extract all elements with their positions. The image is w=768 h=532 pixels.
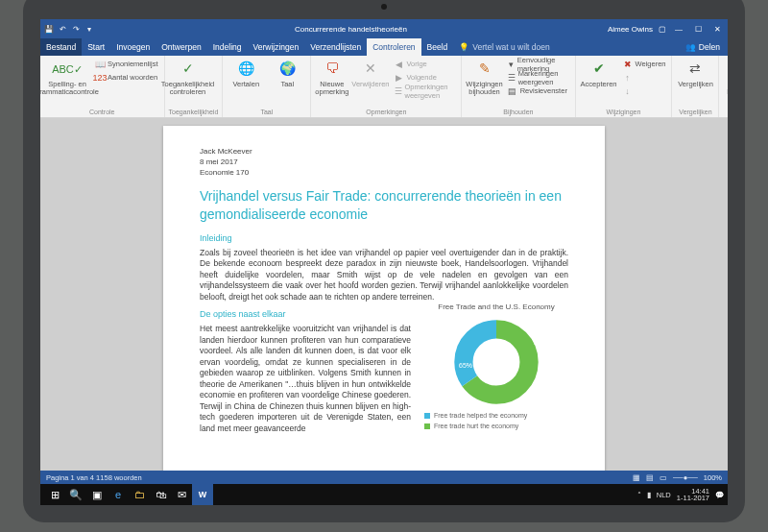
save-icon[interactable]: 💾 bbox=[44, 24, 54, 34]
qat-dropdown-icon[interactable]: ▾ bbox=[84, 24, 94, 34]
show-comments-button[interactable]: ☰Opmerkingen weergeven bbox=[393, 85, 458, 97]
globe-icon: 🌍 bbox=[277, 60, 297, 79]
window-title: Concurrerende handelstheorieën bbox=[94, 25, 608, 34]
group-proofing: ABC✓ Spelling- en grammaticacontrole 📖Sy… bbox=[40, 56, 165, 117]
task-view-icon[interactable]: ▣ bbox=[86, 484, 108, 505]
share-icon: 👥 bbox=[685, 42, 696, 52]
course-line: Economie 170 bbox=[200, 168, 568, 179]
track-changes-button[interactable]: ✎Wijzigingen bijhouden bbox=[466, 58, 502, 97]
status-bar: Pagina 1 van 4 1158 woorden ▦ ▤ ▭ ──●── … bbox=[40, 471, 728, 484]
zoom-slider[interactable]: ──●── bbox=[673, 473, 698, 482]
windows-taskbar: ⊞ 🔍 ▣ e 🗀 🛍 ✉ W ˄ ▮ NLD 14:41 1-11-2017 … bbox=[40, 484, 728, 505]
new-comment-button[interactable]: 🗨Nieuwe opmerking bbox=[315, 58, 348, 97]
page: Jack McKeever 8 mei 2017 Economie 170 Vr… bbox=[163, 126, 605, 471]
tab-view[interactable]: Beeld bbox=[421, 38, 454, 56]
language-button[interactable]: 🌍Taal bbox=[268, 58, 306, 88]
redo-icon[interactable]: ↷ bbox=[71, 24, 81, 34]
chart-label-helped: 35% bbox=[534, 338, 547, 347]
group-accessibility: ✓ Toegankelijkheid controleren Toegankel… bbox=[165, 56, 224, 117]
ribbon: ABC✓ Spelling- en grammaticacontrole 📖Sy… bbox=[40, 56, 728, 118]
explorer-icon[interactable]: 🗀 bbox=[129, 484, 150, 505]
tablet-frame: 💾 ↶ ↷ ▾ Concurrerende handelstheorieën A… bbox=[23, 0, 745, 522]
tab-review[interactable]: Controleren bbox=[367, 38, 420, 56]
tab-design[interactable]: Ontwerpen bbox=[156, 38, 207, 56]
chart-label-hurt: 65% bbox=[459, 361, 472, 370]
pencil-icon: ✎ bbox=[475, 60, 494, 79]
doc-meta: Jack McKeever 8 mei 2017 Economie 170 bbox=[200, 147, 568, 178]
reviewing-pane-button[interactable]: ▤Revisievenster bbox=[506, 85, 571, 97]
tab-mailings[interactable]: Verzendlijsten bbox=[304, 38, 367, 56]
prev-comment-button[interactable]: ◀Vorige bbox=[393, 58, 458, 70]
spelling-button[interactable]: ABC✓ Spelling- en grammaticacontrole bbox=[44, 58, 90, 97]
legend-swatch-helped bbox=[424, 413, 430, 419]
chart-title: Free Trade and the U.S. Economy bbox=[424, 302, 568, 313]
minimize-button[interactable]: — bbox=[672, 25, 685, 34]
tab-layout[interactable]: Indeling bbox=[207, 38, 248, 56]
start-button[interactable]: ⊞ bbox=[44, 484, 65, 505]
book-icon: 📖 bbox=[95, 60, 105, 69]
ribbon-options-icon[interactable]: ▢ bbox=[659, 25, 666, 34]
down-icon: ↓ bbox=[623, 86, 633, 96]
camera-dot bbox=[381, 4, 387, 10]
translate-icon: 🌐 bbox=[236, 60, 255, 79]
quick-access-toolbar: 💾 ↶ ↷ ▾ bbox=[44, 24, 94, 34]
search-icon[interactable]: 🔍 bbox=[65, 484, 86, 505]
tray-up-icon[interactable]: ˄ bbox=[637, 491, 641, 499]
store-icon[interactable]: 🛍 bbox=[150, 484, 171, 505]
group-language: 🌐Vertalen 🌍Taal Taal bbox=[223, 56, 311, 117]
dropdown-icon: ▾ bbox=[508, 60, 515, 69]
action-center-icon[interactable]: 💬 bbox=[715, 491, 724, 499]
list-icon: ☰ bbox=[508, 73, 516, 83]
document-area[interactable]: Jack McKeever 8 mei 2017 Economie 170 Vr… bbox=[40, 118, 728, 471]
keyboard-lang[interactable]: NLD bbox=[657, 491, 671, 499]
tab-home[interactable]: Start bbox=[82, 38, 110, 56]
show-icon: ☰ bbox=[395, 86, 402, 96]
prev-icon: ◀ bbox=[395, 60, 404, 69]
thesaurus-button[interactable]: 📖Synoniemenlijst bbox=[93, 58, 160, 70]
user-name[interactable]: Aimee Owins bbox=[608, 25, 653, 34]
tab-references[interactable]: Verwijzingen bbox=[248, 38, 305, 56]
group-protect: 🔒Auteurs blokkeren 🛡Bewerking beperken B… bbox=[719, 56, 728, 117]
embedded-chart: Free Trade and the U.S. Economy 35% 65% bbox=[424, 302, 568, 434]
svg-point-3 bbox=[476, 342, 517, 383]
prev-change-button[interactable]: ↑ bbox=[621, 71, 668, 84]
close-button[interactable]: ✕ bbox=[710, 25, 724, 34]
mail-icon[interactable]: ✉ bbox=[171, 484, 192, 505]
tab-file[interactable]: Bestand bbox=[40, 38, 82, 56]
view-print-icon[interactable]: ▤ bbox=[646, 473, 654, 482]
battery-icon[interactable]: ▮ bbox=[647, 491, 651, 499]
reject-icon: ✖ bbox=[623, 60, 633, 69]
view-web-icon[interactable]: ▭ bbox=[660, 473, 667, 482]
next-change-button[interactable]: ↓ bbox=[621, 85, 668, 97]
group-compare: ⇄Vergelijken Vergelijken bbox=[672, 56, 719, 117]
group-tracking: ✎Wijzigingen bijhouden ▾Eenvoudige marke… bbox=[462, 56, 575, 117]
accessibility-icon: ✓ bbox=[179, 60, 198, 79]
next-icon: ▶ bbox=[395, 73, 404, 83]
status-left[interactable]: Pagina 1 van 4 1158 woorden bbox=[46, 473, 142, 482]
compare-button[interactable]: ⇄Vergelijken bbox=[676, 58, 714, 88]
undo-icon[interactable]: ↶ bbox=[58, 24, 67, 34]
zoom-value[interactable]: 100% bbox=[704, 473, 722, 482]
tab-insert[interactable]: Invoegen bbox=[110, 38, 156, 56]
word-icon[interactable]: W bbox=[192, 484, 213, 505]
view-read-icon[interactable]: ▦ bbox=[633, 473, 640, 482]
block-authors-button[interactable]: 🔒Auteurs blokkeren bbox=[723, 58, 728, 97]
accessibility-button[interactable]: ✓ Toegankelijkheid controleren bbox=[169, 58, 207, 97]
ribbon-tabs: Bestand Start Invoegen Ontwerpen Indelin… bbox=[40, 38, 728, 56]
show-markup-button[interactable]: ☰Markeringen weergeven bbox=[506, 71, 571, 84]
up-icon: ↑ bbox=[623, 73, 633, 83]
share-button[interactable]: 👥Delen bbox=[678, 42, 728, 52]
accept-button[interactable]: ✔Accepteren bbox=[580, 58, 618, 88]
tell-me[interactable]: 💡Vertel wat u wilt doen bbox=[459, 42, 549, 52]
donut-chart: 35% 65% bbox=[453, 319, 540, 405]
reject-button[interactable]: ✖Weigeren bbox=[621, 58, 668, 70]
doc-para-2: Het meest aantrekkelijke vooruitzicht va… bbox=[200, 324, 411, 434]
delete-comment-button[interactable]: ✕Verwijderen bbox=[351, 58, 389, 88]
translate-button[interactable]: 🌐Vertalen bbox=[227, 58, 265, 88]
word-count-button[interactable]: 123Aantal woorden bbox=[93, 71, 160, 84]
edge-icon[interactable]: e bbox=[108, 484, 129, 505]
chart-legend: Free trade helped the economy Free trade… bbox=[424, 411, 568, 431]
author-line: Jack McKeever bbox=[200, 147, 568, 157]
clock[interactable]: 14:41 1-11-2017 bbox=[677, 488, 709, 502]
maximize-button[interactable]: ☐ bbox=[691, 25, 705, 34]
